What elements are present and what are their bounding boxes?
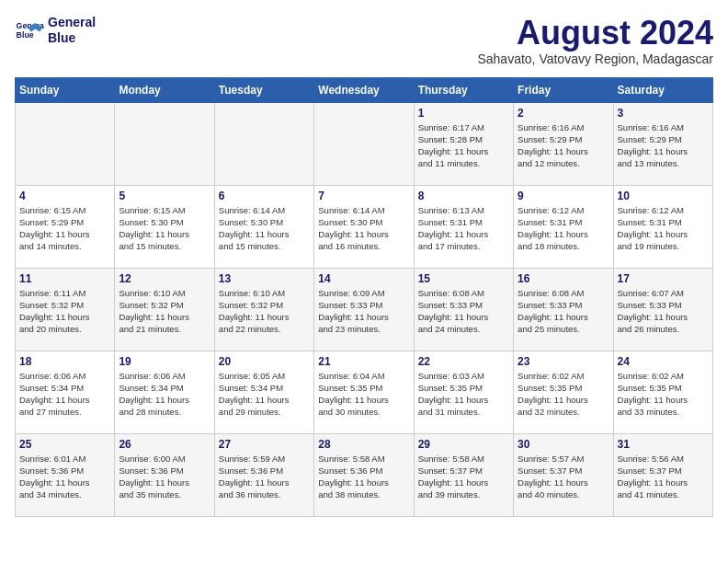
day-number: 31 bbox=[618, 438, 709, 451]
day-number: 30 bbox=[518, 438, 609, 451]
day-info: Sunrise: 6:02 AMSunset: 5:35 PMDaylight:… bbox=[518, 370, 609, 419]
day-number: 7 bbox=[318, 190, 409, 202]
day-number: 4 bbox=[19, 190, 110, 202]
day-number: 20 bbox=[219, 355, 310, 368]
day-number: 15 bbox=[418, 272, 509, 285]
col-header-sunday: Sunday bbox=[16, 77, 115, 102]
day-info: Sunrise: 6:13 AMSunset: 5:31 PMDaylight:… bbox=[418, 204, 509, 253]
day-number: 10 bbox=[618, 190, 709, 202]
day-info: Sunrise: 6:06 AMSunset: 5:34 PMDaylight:… bbox=[19, 370, 110, 419]
day-info: Sunrise: 6:12 AMSunset: 5:31 PMDaylight:… bbox=[618, 204, 709, 253]
calendar-cell: 1Sunrise: 6:17 AMSunset: 5:28 PMDaylight… bbox=[414, 102, 513, 185]
day-number: 24 bbox=[618, 355, 709, 368]
day-info: Sunrise: 6:12 AMSunset: 5:31 PMDaylight:… bbox=[518, 204, 609, 253]
calendar-week-row: 4Sunrise: 6:15 AMSunset: 5:29 PMDaylight… bbox=[16, 185, 713, 268]
day-info: Sunrise: 6:01 AMSunset: 5:36 PMDaylight:… bbox=[19, 453, 110, 501]
day-info: Sunrise: 6:02 AMSunset: 5:35 PMDaylight:… bbox=[618, 370, 709, 419]
calendar-cell: 15Sunrise: 6:08 AMSunset: 5:33 PMDayligh… bbox=[414, 268, 513, 350]
day-info: Sunrise: 6:09 AMSunset: 5:33 PMDaylight:… bbox=[318, 287, 409, 336]
day-info: Sunrise: 6:15 AMSunset: 5:29 PMDaylight:… bbox=[19, 204, 110, 253]
calendar-cell: 8Sunrise: 6:13 AMSunset: 5:31 PMDaylight… bbox=[414, 185, 513, 268]
day-number: 17 bbox=[618, 272, 709, 285]
day-number: 13 bbox=[219, 272, 310, 285]
day-number: 26 bbox=[119, 438, 210, 451]
col-header-tuesday: Tuesday bbox=[214, 77, 313, 102]
calendar-cell: 16Sunrise: 6:08 AMSunset: 5:33 PMDayligh… bbox=[514, 268, 613, 350]
day-number: 29 bbox=[418, 438, 509, 451]
calendar-cell: 28Sunrise: 5:58 AMSunset: 5:36 PMDayligh… bbox=[314, 433, 414, 516]
calendar-cell: 10Sunrise: 6:12 AMSunset: 5:31 PMDayligh… bbox=[613, 185, 712, 268]
day-info: Sunrise: 6:16 AMSunset: 5:29 PMDaylight:… bbox=[518, 121, 609, 170]
calendar-cell: 3Sunrise: 6:16 AMSunset: 5:29 PMDaylight… bbox=[613, 102, 712, 185]
calendar-cell: 4Sunrise: 6:15 AMSunset: 5:29 PMDaylight… bbox=[16, 185, 115, 268]
calendar-cell: 17Sunrise: 6:07 AMSunset: 5:33 PMDayligh… bbox=[613, 268, 712, 350]
svg-text:Blue: Blue bbox=[17, 30, 34, 40]
day-number: 28 bbox=[318, 438, 409, 451]
calendar-week-row: 25Sunrise: 6:01 AMSunset: 5:36 PMDayligh… bbox=[16, 433, 713, 516]
day-number: 22 bbox=[418, 355, 509, 368]
day-number: 19 bbox=[119, 355, 210, 368]
day-number: 2 bbox=[518, 107, 609, 120]
day-number: 1 bbox=[418, 107, 509, 120]
calendar-cell bbox=[214, 102, 313, 185]
day-info: Sunrise: 6:16 AMSunset: 5:29 PMDaylight:… bbox=[618, 121, 709, 170]
day-number: 25 bbox=[19, 438, 110, 451]
day-number: 27 bbox=[219, 438, 310, 451]
title-block: August 2024 Sahavato, Vatovavy Region, M… bbox=[477, 15, 713, 66]
calendar-cell: 7Sunrise: 6:14 AMSunset: 5:30 PMDaylight… bbox=[314, 185, 414, 268]
day-number: 8 bbox=[418, 190, 509, 202]
day-number: 6 bbox=[219, 190, 310, 202]
logo-text: General Blue bbox=[48, 15, 96, 46]
calendar-cell: 5Sunrise: 6:15 AMSunset: 5:30 PMDaylight… bbox=[115, 185, 214, 268]
day-info: Sunrise: 6:10 AMSunset: 5:32 PMDaylight:… bbox=[219, 287, 310, 336]
day-number: 9 bbox=[518, 190, 609, 202]
calendar-cell: 23Sunrise: 6:02 AMSunset: 5:35 PMDayligh… bbox=[514, 350, 613, 433]
day-number: 21 bbox=[318, 355, 409, 368]
day-info: Sunrise: 6:03 AMSunset: 5:35 PMDaylight:… bbox=[418, 370, 509, 419]
day-number: 12 bbox=[119, 272, 210, 285]
calendar-cell bbox=[115, 102, 214, 185]
day-info: Sunrise: 6:10 AMSunset: 5:32 PMDaylight:… bbox=[119, 287, 210, 336]
day-info: Sunrise: 5:58 AMSunset: 5:36 PMDaylight:… bbox=[318, 453, 409, 501]
calendar-cell bbox=[314, 102, 414, 185]
day-info: Sunrise: 5:57 AMSunset: 5:37 PMDaylight:… bbox=[518, 453, 609, 501]
day-info: Sunrise: 6:15 AMSunset: 5:30 PMDaylight:… bbox=[119, 204, 210, 253]
calendar-week-row: 18Sunrise: 6:06 AMSunset: 5:34 PMDayligh… bbox=[16, 350, 713, 433]
calendar-week-row: 11Sunrise: 6:11 AMSunset: 5:32 PMDayligh… bbox=[16, 268, 713, 350]
month-year-title: August 2024 bbox=[477, 15, 713, 52]
calendar-cell: 18Sunrise: 6:06 AMSunset: 5:34 PMDayligh… bbox=[16, 350, 115, 433]
day-info: Sunrise: 6:07 AMSunset: 5:33 PMDaylight:… bbox=[618, 287, 709, 336]
calendar-header-row: SundayMondayTuesdayWednesdayThursdayFrid… bbox=[16, 77, 713, 102]
calendar-cell: 20Sunrise: 6:05 AMSunset: 5:34 PMDayligh… bbox=[214, 350, 313, 433]
calendar-cell: 14Sunrise: 6:09 AMSunset: 5:33 PMDayligh… bbox=[314, 268, 414, 350]
day-number: 23 bbox=[518, 355, 609, 368]
col-header-thursday: Thursday bbox=[414, 77, 513, 102]
col-header-saturday: Saturday bbox=[613, 77, 712, 102]
calendar-cell: 6Sunrise: 6:14 AMSunset: 5:30 PMDaylight… bbox=[214, 185, 313, 268]
day-info: Sunrise: 6:00 AMSunset: 5:36 PMDaylight:… bbox=[119, 453, 210, 501]
calendar-cell: 22Sunrise: 6:03 AMSunset: 5:35 PMDayligh… bbox=[414, 350, 513, 433]
day-number: 16 bbox=[518, 272, 609, 285]
calendar-cell: 19Sunrise: 6:06 AMSunset: 5:34 PMDayligh… bbox=[115, 350, 214, 433]
calendar-table: SundayMondayTuesdayWednesdayThursdayFrid… bbox=[15, 77, 713, 517]
calendar-cell: 2Sunrise: 6:16 AMSunset: 5:29 PMDaylight… bbox=[514, 102, 613, 185]
calendar-cell bbox=[16, 102, 115, 185]
logo: General Blue General Blue bbox=[15, 15, 96, 46]
col-header-monday: Monday bbox=[115, 77, 214, 102]
calendar-cell: 27Sunrise: 5:59 AMSunset: 5:36 PMDayligh… bbox=[214, 433, 313, 516]
col-header-friday: Friday bbox=[514, 77, 613, 102]
calendar-cell: 29Sunrise: 5:58 AMSunset: 5:37 PMDayligh… bbox=[414, 433, 513, 516]
col-header-wednesday: Wednesday bbox=[314, 77, 414, 102]
day-number: 14 bbox=[318, 272, 409, 285]
day-number: 3 bbox=[618, 107, 709, 120]
calendar-cell: 12Sunrise: 6:10 AMSunset: 5:32 PMDayligh… bbox=[115, 268, 214, 350]
day-info: Sunrise: 5:58 AMSunset: 5:37 PMDaylight:… bbox=[418, 453, 509, 501]
day-number: 18 bbox=[19, 355, 110, 368]
day-number: 5 bbox=[119, 190, 210, 202]
day-info: Sunrise: 6:04 AMSunset: 5:35 PMDaylight:… bbox=[318, 370, 409, 419]
day-info: Sunrise: 6:11 AMSunset: 5:32 PMDaylight:… bbox=[19, 287, 110, 336]
calendar-cell: 25Sunrise: 6:01 AMSunset: 5:36 PMDayligh… bbox=[16, 433, 115, 516]
calendar-cell: 13Sunrise: 6:10 AMSunset: 5:32 PMDayligh… bbox=[214, 268, 313, 350]
day-info: Sunrise: 6:14 AMSunset: 5:30 PMDaylight:… bbox=[318, 204, 409, 253]
calendar-cell: 9Sunrise: 6:12 AMSunset: 5:31 PMDaylight… bbox=[514, 185, 613, 268]
